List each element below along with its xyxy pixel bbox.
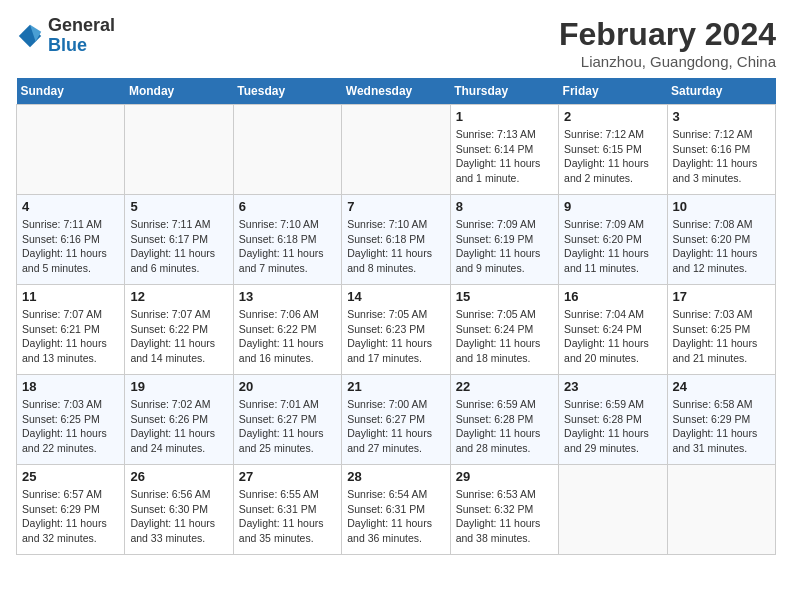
table-row: [667, 465, 775, 555]
day-info: Sunrise: 7:03 AM Sunset: 6:25 PM Dayligh…: [22, 397, 119, 456]
day-number: 20: [239, 379, 336, 394]
table-row: 5Sunrise: 7:11 AM Sunset: 6:17 PM Daylig…: [125, 195, 233, 285]
day-number: 6: [239, 199, 336, 214]
day-number: 8: [456, 199, 553, 214]
day-info: Sunrise: 7:12 AM Sunset: 6:16 PM Dayligh…: [673, 127, 770, 186]
table-row: 26Sunrise: 6:56 AM Sunset: 6:30 PM Dayli…: [125, 465, 233, 555]
day-info: Sunrise: 7:09 AM Sunset: 6:20 PM Dayligh…: [564, 217, 661, 276]
table-row: 9Sunrise: 7:09 AM Sunset: 6:20 PM Daylig…: [559, 195, 667, 285]
day-info: Sunrise: 7:01 AM Sunset: 6:27 PM Dayligh…: [239, 397, 336, 456]
week-row-3: 11Sunrise: 7:07 AM Sunset: 6:21 PM Dayli…: [17, 285, 776, 375]
day-number: 12: [130, 289, 227, 304]
location-subtitle: Lianzhou, Guangdong, China: [559, 53, 776, 70]
day-info: Sunrise: 7:08 AM Sunset: 6:20 PM Dayligh…: [673, 217, 770, 276]
day-number: 11: [22, 289, 119, 304]
day-number: 3: [673, 109, 770, 124]
day-info: Sunrise: 7:07 AM Sunset: 6:21 PM Dayligh…: [22, 307, 119, 366]
day-info: Sunrise: 6:59 AM Sunset: 6:28 PM Dayligh…: [564, 397, 661, 456]
table-row: 21Sunrise: 7:00 AM Sunset: 6:27 PM Dayli…: [342, 375, 450, 465]
header-friday: Friday: [559, 78, 667, 105]
day-info: Sunrise: 7:05 AM Sunset: 6:24 PM Dayligh…: [456, 307, 553, 366]
day-info: Sunrise: 6:54 AM Sunset: 6:31 PM Dayligh…: [347, 487, 444, 546]
day-number: 1: [456, 109, 553, 124]
day-number: 15: [456, 289, 553, 304]
header-tuesday: Tuesday: [233, 78, 341, 105]
table-row: 29Sunrise: 6:53 AM Sunset: 6:32 PM Dayli…: [450, 465, 558, 555]
day-number: 18: [22, 379, 119, 394]
week-row-2: 4Sunrise: 7:11 AM Sunset: 6:16 PM Daylig…: [17, 195, 776, 285]
table-row: 2Sunrise: 7:12 AM Sunset: 6:15 PM Daylig…: [559, 105, 667, 195]
week-row-5: 25Sunrise: 6:57 AM Sunset: 6:29 PM Dayli…: [17, 465, 776, 555]
logo: General Blue: [16, 16, 115, 56]
day-number: 13: [239, 289, 336, 304]
table-row: 22Sunrise: 6:59 AM Sunset: 6:28 PM Dayli…: [450, 375, 558, 465]
day-info: Sunrise: 6:55 AM Sunset: 6:31 PM Dayligh…: [239, 487, 336, 546]
table-row: 24Sunrise: 6:58 AM Sunset: 6:29 PM Dayli…: [667, 375, 775, 465]
table-row: [342, 105, 450, 195]
table-row: 4Sunrise: 7:11 AM Sunset: 6:16 PM Daylig…: [17, 195, 125, 285]
day-info: Sunrise: 7:12 AM Sunset: 6:15 PM Dayligh…: [564, 127, 661, 186]
table-row: 3Sunrise: 7:12 AM Sunset: 6:16 PM Daylig…: [667, 105, 775, 195]
day-number: 29: [456, 469, 553, 484]
day-number: 26: [130, 469, 227, 484]
day-number: 17: [673, 289, 770, 304]
logo-blue: Blue: [48, 35, 87, 55]
page-header: General Blue February 2024 Lianzhou, Gua…: [16, 16, 776, 70]
day-info: Sunrise: 7:09 AM Sunset: 6:19 PM Dayligh…: [456, 217, 553, 276]
day-number: 27: [239, 469, 336, 484]
day-info: Sunrise: 6:53 AM Sunset: 6:32 PM Dayligh…: [456, 487, 553, 546]
day-number: 7: [347, 199, 444, 214]
table-row: 8Sunrise: 7:09 AM Sunset: 6:19 PM Daylig…: [450, 195, 558, 285]
table-row: 10Sunrise: 7:08 AM Sunset: 6:20 PM Dayli…: [667, 195, 775, 285]
logo-text: General Blue: [48, 16, 115, 56]
day-number: 4: [22, 199, 119, 214]
day-number: 28: [347, 469, 444, 484]
table-row: 7Sunrise: 7:10 AM Sunset: 6:18 PM Daylig…: [342, 195, 450, 285]
day-info: Sunrise: 6:59 AM Sunset: 6:28 PM Dayligh…: [456, 397, 553, 456]
day-info: Sunrise: 6:56 AM Sunset: 6:30 PM Dayligh…: [130, 487, 227, 546]
table-row: 1Sunrise: 7:13 AM Sunset: 6:14 PM Daylig…: [450, 105, 558, 195]
day-info: Sunrise: 7:11 AM Sunset: 6:16 PM Dayligh…: [22, 217, 119, 276]
title-area: February 2024 Lianzhou, Guangdong, China: [559, 16, 776, 70]
day-number: 16: [564, 289, 661, 304]
table-row: 12Sunrise: 7:07 AM Sunset: 6:22 PM Dayli…: [125, 285, 233, 375]
day-info: Sunrise: 7:00 AM Sunset: 6:27 PM Dayligh…: [347, 397, 444, 456]
day-info: Sunrise: 7:02 AM Sunset: 6:26 PM Dayligh…: [130, 397, 227, 456]
day-number: 9: [564, 199, 661, 214]
day-info: Sunrise: 7:13 AM Sunset: 6:14 PM Dayligh…: [456, 127, 553, 186]
day-info: Sunrise: 7:03 AM Sunset: 6:25 PM Dayligh…: [673, 307, 770, 366]
table-row: 18Sunrise: 7:03 AM Sunset: 6:25 PM Dayli…: [17, 375, 125, 465]
day-number: 21: [347, 379, 444, 394]
week-row-1: 1Sunrise: 7:13 AM Sunset: 6:14 PM Daylig…: [17, 105, 776, 195]
day-info: Sunrise: 7:07 AM Sunset: 6:22 PM Dayligh…: [130, 307, 227, 366]
table-row: 25Sunrise: 6:57 AM Sunset: 6:29 PM Dayli…: [17, 465, 125, 555]
day-number: 5: [130, 199, 227, 214]
table-row: 19Sunrise: 7:02 AM Sunset: 6:26 PM Dayli…: [125, 375, 233, 465]
header-saturday: Saturday: [667, 78, 775, 105]
table-row: 27Sunrise: 6:55 AM Sunset: 6:31 PM Dayli…: [233, 465, 341, 555]
table-row: 28Sunrise: 6:54 AM Sunset: 6:31 PM Dayli…: [342, 465, 450, 555]
table-row: [125, 105, 233, 195]
header-wednesday: Wednesday: [342, 78, 450, 105]
day-number: 2: [564, 109, 661, 124]
table-row: 11Sunrise: 7:07 AM Sunset: 6:21 PM Dayli…: [17, 285, 125, 375]
table-row: [233, 105, 341, 195]
day-info: Sunrise: 7:06 AM Sunset: 6:22 PM Dayligh…: [239, 307, 336, 366]
day-number: 14: [347, 289, 444, 304]
calendar-table: Sunday Monday Tuesday Wednesday Thursday…: [16, 78, 776, 555]
day-info: Sunrise: 7:10 AM Sunset: 6:18 PM Dayligh…: [239, 217, 336, 276]
weekday-header-row: Sunday Monday Tuesday Wednesday Thursday…: [17, 78, 776, 105]
day-number: 24: [673, 379, 770, 394]
table-row: 16Sunrise: 7:04 AM Sunset: 6:24 PM Dayli…: [559, 285, 667, 375]
day-info: Sunrise: 6:58 AM Sunset: 6:29 PM Dayligh…: [673, 397, 770, 456]
table-row: 14Sunrise: 7:05 AM Sunset: 6:23 PM Dayli…: [342, 285, 450, 375]
day-number: 19: [130, 379, 227, 394]
day-info: Sunrise: 6:57 AM Sunset: 6:29 PM Dayligh…: [22, 487, 119, 546]
table-row: [17, 105, 125, 195]
table-row: 6Sunrise: 7:10 AM Sunset: 6:18 PM Daylig…: [233, 195, 341, 285]
day-number: 22: [456, 379, 553, 394]
day-number: 10: [673, 199, 770, 214]
logo-icon: [16, 22, 44, 50]
month-title: February 2024: [559, 16, 776, 53]
day-number: 25: [22, 469, 119, 484]
